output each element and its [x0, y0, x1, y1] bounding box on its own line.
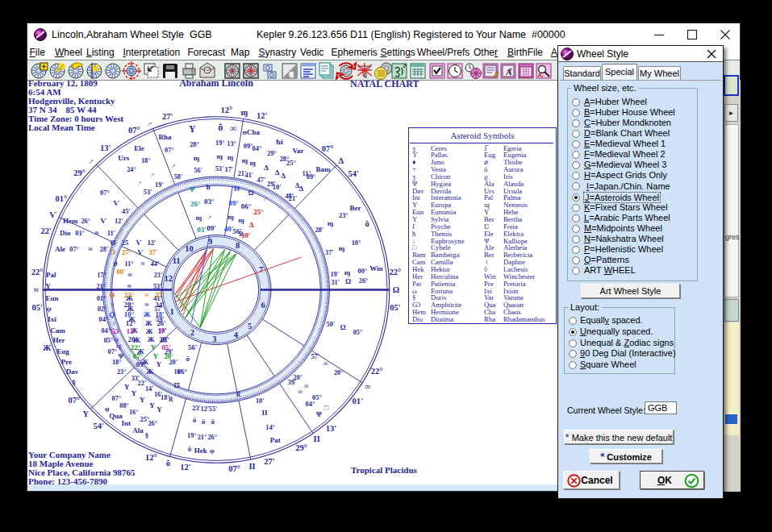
- svg-text:Υ: Υ: [124, 383, 130, 391]
- svg-text:20°: 20°: [128, 335, 139, 343]
- svg-text:II: II: [262, 409, 269, 417]
- svg-text:Eug: Eug: [56, 347, 69, 355]
- svg-text:07°: 07°: [69, 246, 79, 253]
- svg-text:53': 53': [215, 165, 224, 172]
- svg-text:ɱ: ɱ: [339, 244, 345, 252]
- svg-text:01°: 01°: [97, 295, 106, 302]
- svg-text:14°: 14°: [265, 424, 275, 431]
- svg-text:10°: 10°: [352, 239, 361, 247]
- svg-text:56': 56': [194, 167, 202, 174]
- svg-text:07°: 07°: [68, 396, 80, 405]
- svg-text:Υ: Υ: [156, 360, 162, 368]
- svg-text:Υ: Υ: [153, 352, 159, 360]
- svg-text:11°: 11°: [124, 260, 134, 268]
- svg-text:Ѡ: Ѡ: [110, 327, 119, 335]
- svg-text:II: II: [314, 434, 320, 443]
- svg-text:R: R: [236, 391, 241, 398]
- svg-text:Ø: Ø: [111, 239, 116, 247]
- svg-text:≈: ≈: [94, 229, 98, 237]
- svg-text:ɱ: ɱ: [242, 156, 248, 164]
- svg-text:53': 53': [153, 283, 162, 290]
- svg-text:→: →: [146, 169, 156, 180]
- svg-text:Υ: Υ: [140, 396, 145, 404]
- svg-text:ħ: ħ: [206, 183, 210, 191]
- svg-text:∞: ∞: [323, 360, 328, 368]
- svg-text:≈: ≈: [34, 285, 39, 294]
- svg-text:28°: 28°: [190, 141, 199, 148]
- svg-text:Ж: Ж: [144, 310, 151, 318]
- svg-text:ɱ: ɱ: [238, 216, 244, 224]
- svg-text:16°: 16°: [129, 409, 139, 416]
- svg-text:§: §: [145, 431, 149, 439]
- svg-text:09°: 09°: [136, 360, 147, 368]
- svg-text:11': 11': [107, 230, 115, 237]
- svg-text:Υ: Υ: [131, 389, 137, 397]
- svg-text:→: →: [143, 117, 155, 129]
- svg-text:Ω: Ω: [345, 277, 351, 285]
- svg-text:Ѵ: Ѵ: [114, 199, 120, 207]
- svg-text:Ψ: Ψ: [119, 352, 124, 360]
- svg-text:01°: 01°: [56, 194, 68, 203]
- svg-text:04°: 04°: [101, 327, 111, 335]
- svg-text:25: 25: [122, 239, 129, 247]
- svg-text:Υ: Υ: [82, 409, 89, 418]
- svg-text:Pre: Pre: [61, 358, 72, 366]
- svg-text:ϑ: ϑ: [113, 260, 117, 268]
- svg-text:07°: 07°: [165, 147, 174, 154]
- svg-text:ɱ: ɱ: [227, 153, 234, 161]
- svg-text:26°: 26°: [81, 218, 90, 225]
- svg-text:21°: 21°: [198, 434, 207, 441]
- svg-text:27°: 27°: [122, 248, 132, 256]
- svg-text:Dio: Dio: [60, 229, 71, 237]
- svg-text:27': 27': [162, 112, 173, 121]
- svg-text:Win: Win: [369, 264, 382, 272]
- svg-text:26°: 26°: [207, 434, 217, 441]
- svg-text:R: R: [239, 231, 244, 238]
- svg-text:≈: ≈: [128, 271, 132, 279]
- svg-text:≈: ≈: [89, 245, 93, 253]
- svg-text:10: 10: [185, 244, 194, 253]
- svg-text:Ѵ: Ѵ: [136, 239, 141, 247]
- svg-text:Υ: Υ: [149, 401, 155, 409]
- svg-text:03°: 03°: [204, 197, 215, 206]
- svg-text:12': 12': [257, 111, 268, 120]
- svg-text:Ale: Ale: [55, 245, 65, 253]
- svg-text:→: →: [133, 177, 144, 187]
- svg-text:Pal: Pal: [46, 271, 56, 279]
- svg-text:Cam: Cam: [50, 326, 65, 335]
- svg-text:25°: 25°: [253, 208, 264, 216]
- svg-text:ŏ: ŏ: [186, 355, 190, 363]
- svg-text:57': 57': [311, 353, 319, 360]
- svg-text:Ж: Ж: [148, 335, 155, 343]
- svg-text:37': 37': [157, 327, 166, 335]
- svg-text:ŏ: ŏ: [193, 416, 197, 424]
- svg-text:12°: 12°: [126, 319, 136, 327]
- svg-text:06°: 06°: [241, 202, 252, 210]
- svg-text:Δ: Δ: [295, 181, 300, 189]
- svg-text:ɱ: ɱ: [228, 213, 235, 221]
- svg-text:20': 20': [294, 374, 303, 381]
- svg-text:ʊCha: ʊCha: [243, 128, 261, 136]
- svg-text:04°: 04°: [98, 316, 108, 323]
- svg-text:Ж: Ж: [43, 343, 52, 352]
- svg-text:11': 11': [174, 368, 182, 376]
- svg-text:20°: 20°: [334, 369, 344, 376]
- svg-text:58': 58': [174, 173, 183, 181]
- svg-text:Ж: Ж: [145, 319, 152, 327]
- svg-text:37': 37': [325, 249, 334, 256]
- svg-text:Dav: Dav: [66, 368, 79, 376]
- svg-text:Ѵ: Ѵ: [137, 248, 143, 256]
- svg-text:ψ: ψ: [47, 305, 52, 313]
- svg-text:03': 03': [197, 226, 207, 234]
- svg-text:13°: 13°: [227, 140, 236, 148]
- svg-text:29°: 29°: [295, 443, 307, 452]
- svg-text:Bam: Bam: [316, 165, 332, 173]
- svg-text:Her: Her: [53, 336, 65, 344]
- svg-text:Ω: Ω: [248, 189, 253, 197]
- svg-text:22°: 22°: [371, 367, 383, 376]
- svg-text:≈: ≈: [145, 291, 149, 299]
- svg-text:Δ: Δ: [264, 164, 269, 172]
- svg-text:17': 17': [224, 166, 233, 173]
- svg-text:∞: ∞: [365, 382, 371, 391]
- svg-text:18': 18': [155, 310, 164, 318]
